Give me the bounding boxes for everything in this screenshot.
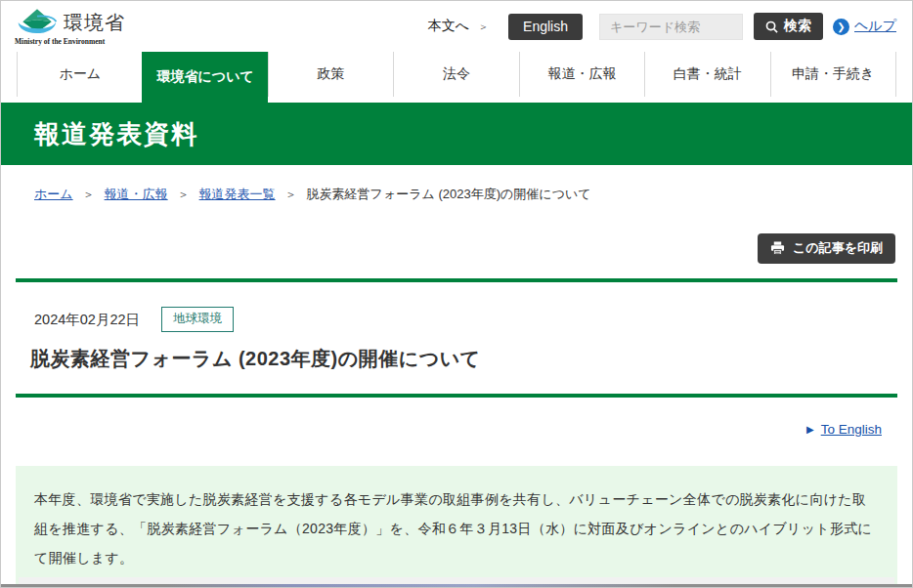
divider <box>16 394 897 398</box>
nav-item-ホーム[interactable]: ホーム <box>17 52 142 97</box>
breadcrumb-link[interactable]: ホーム <box>34 186 73 203</box>
skip-link-label: 本文へ <box>428 18 469 35</box>
site-logo[interactable]: 環境省 Ministry of the Environment <box>15 8 125 46</box>
footer-edge <box>1 584 912 587</box>
printer-icon <box>770 241 785 255</box>
nav-item-政策[interactable]: 政策 <box>268 52 393 97</box>
footer-strip <box>19 577 894 584</box>
help-link-label: ヘルプ <box>854 18 896 35</box>
site-header: 環境省 Ministry of the Environment 本文へ ＞ En… <box>1 1 912 52</box>
breadcrumb-current: 脱炭素経営フォーラム (2023年度)の開催について <box>307 186 591 203</box>
nav-item-法令[interactable]: 法令 <box>393 52 518 97</box>
breadcrumb-separator: ＞ <box>285 187 297 203</box>
breadcrumb-separator: ＞ <box>83 187 95 203</box>
breadcrumb-link[interactable]: 報道・広報 <box>105 186 168 203</box>
search-button-label: 検索 <box>784 18 811 35</box>
article-main: この記事を印刷 2024年02月22日 地球環境 脱炭素経営フォーラム (202… <box>1 233 912 588</box>
chevron-right-icon: ＞ <box>478 20 489 34</box>
logo-subtitle: Ministry of the Environment <box>15 37 125 46</box>
print-article-button[interactable]: この記事を印刷 <box>758 233 895 264</box>
nav-item-申請・手続き[interactable]: 申請・手続き <box>770 52 896 97</box>
help-link[interactable]: ❯ ヘルプ <box>833 18 896 35</box>
search-input[interactable] <box>599 14 743 40</box>
ministry-logo-icon <box>15 8 60 39</box>
global-nav: ホーム環境省について政策法令報道・広報白書・統計申請・手続き <box>1 52 912 103</box>
breadcrumb-link[interactable]: 報道発表一覧 <box>199 186 276 203</box>
article-title: 脱炭素経営フォーラム (2023年度)の開催について <box>30 346 912 372</box>
breadcrumb: ホーム＞報道・広報＞報道発表一覧＞脱炭素経営フォーラム (2023年度)の開催に… <box>34 186 896 203</box>
search-icon <box>765 21 778 33</box>
to-english-link[interactable]: To English <box>821 422 882 437</box>
global-nav-list: ホーム環境省について政策法令報道・広報白書・統計申請・手続き <box>17 52 896 97</box>
logo-title: 環境省 <box>64 10 125 36</box>
triangle-right-icon: ▶ <box>806 424 814 435</box>
english-button[interactable]: English <box>508 14 583 40</box>
article-lead-box: 本年度、環境省で実施した脱炭素経営を支援する各モデル事業の取組事例を共有し、バリ… <box>16 466 897 588</box>
nav-item-報道・広報[interactable]: 報道・広報 <box>519 52 644 97</box>
divider <box>16 278 897 282</box>
print-button-label: この記事を印刷 <box>793 239 883 257</box>
nav-item-白書・統計[interactable]: 白書・統計 <box>644 52 769 97</box>
ministry-of-environment-page: 環境省 Ministry of the Environment 本文へ ＞ En… <box>0 0 913 588</box>
section-banner: 報道発表資料 <box>1 103 912 165</box>
nav-item-環境省について[interactable]: 環境省について <box>142 52 267 103</box>
article-date: 2024年02月22日 <box>34 311 140 329</box>
search-button[interactable]: 検索 <box>754 13 823 40</box>
section-banner-title: 報道発表資料 <box>34 117 198 151</box>
circle-arrow-icon: ❯ <box>833 19 849 35</box>
category-badge[interactable]: 地球環境 <box>161 307 234 332</box>
skip-to-content-link[interactable]: 本文へ ＞ <box>428 18 489 35</box>
breadcrumb-separator: ＞ <box>178 187 190 203</box>
article-lead-text: 本年度、環境省で実施した脱炭素経営を支援する各モデル事業の取組事例を共有し、バリ… <box>34 491 872 566</box>
